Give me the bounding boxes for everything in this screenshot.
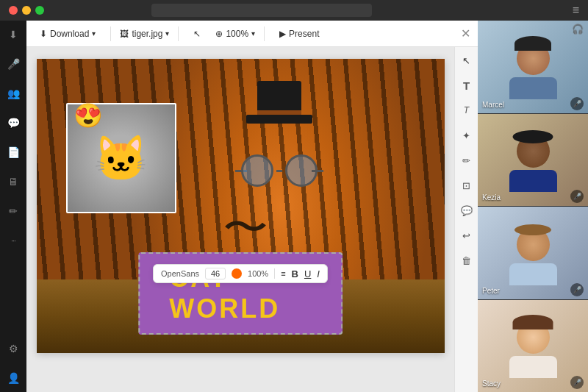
video-name-3: Peter	[482, 287, 500, 295]
center-content: ⬇ ↓ Download Download ▾ 🖼 tiger.jpg ▾ ↖ …	[26, 21, 478, 392]
color-picker[interactable]	[232, 268, 242, 279]
canvas-area: 🐱 😍	[26, 47, 454, 392]
bold-button[interactable]: B	[292, 268, 298, 279]
video-name-2: Kezia	[482, 193, 501, 202]
italic-button[interactable]: I	[317, 268, 320, 279]
present-button[interactable]: ▶ Present	[273, 26, 325, 41]
sidebar-item-chat[interactable]: 💬	[5, 115, 21, 131]
video-mic-4[interactable]: 🎤	[570, 376, 584, 389]
underline-button[interactable]: U	[304, 268, 311, 279]
glasses-bridge	[276, 170, 282, 172]
video-feed-4: Stacy 🎤	[478, 300, 588, 393]
canvas-image[interactable]: 🐱 😍	[37, 59, 445, 353]
toolbar-separator-1	[110, 26, 111, 41]
left-sidebar: ⬇ 🎤 👥 💬 📄 🖥 ✏ ··· ⚙ 👤	[0, 21, 26, 392]
sidebar-item-people[interactable]: 👤	[5, 370, 21, 386]
close-window-button[interactable]	[9, 6, 18, 15]
video-mic-3[interactable]: 🎤	[570, 283, 584, 296]
mustache-decoration: 〜	[222, 202, 268, 254]
pen-tool-button[interactable]: ✏	[459, 153, 474, 168]
sidebar-item-monitor[interactable]: 🖥	[5, 174, 21, 190]
zoom-icon: ⊕	[215, 29, 223, 39]
toolbar-filename: 🖼 tiger.jpg ▾	[120, 29, 169, 39]
maximize-window-button[interactable]	[35, 6, 44, 15]
cursor-icon: ↖	[193, 29, 201, 39]
opacity-value[interactable]: 100%	[248, 269, 268, 278]
canvas-wrapper: 🐱 😍	[37, 59, 445, 353]
top-hat-decoration	[254, 79, 305, 124]
menu-icon[interactable]: ≡	[573, 4, 579, 17]
toolbar-separator-2	[178, 26, 179, 41]
traffic-lights	[9, 6, 44, 15]
main-layout: ⬇ 🎤 👥 💬 📄 🖥 ✏ ··· ⚙ 👤 ⬇ ↓ Download Downl…	[0, 21, 588, 392]
sidebar-item-mic[interactable]: 🎤	[5, 56, 21, 72]
speech-bubble-tool-button[interactable]: 💬	[459, 203, 474, 218]
sidebar-item-download[interactable]: ⬇	[5, 26, 21, 43]
glasses-lens-left	[241, 154, 273, 187]
toolbar: ⬇ ↓ Download Download ▾ 🖼 tiger.jpg ▾ ↖ …	[26, 21, 478, 47]
undo-button[interactable]: ↩	[459, 228, 474, 243]
sidebar-item-pen[interactable]: ✏	[5, 203, 21, 219]
text-tool-button[interactable]: T	[459, 78, 474, 93]
glasses-arm-right	[312, 170, 323, 172]
font-selector[interactable]: OpenSans	[161, 269, 199, 278]
text-format-toolbar: OpenSans 46 100% ≡ B U I	[153, 264, 328, 283]
crop-tool-button[interactable]: ⊡	[459, 178, 474, 193]
video-name-1: Marcel	[482, 101, 504, 109]
cursor-tool-button[interactable]: ↖	[187, 26, 207, 41]
video-name-4: Stacy	[482, 379, 501, 388]
align-icon[interactable]: ≡	[281, 269, 285, 278]
love-emoji: 😍	[74, 101, 103, 129]
headset-icon: 🎧	[572, 24, 584, 35]
text-tool-alt-button[interactable]: T	[459, 103, 474, 118]
sidebar-item-users[interactable]: 👥	[5, 85, 21, 101]
video-mic-1[interactable]: 🎤	[570, 97, 584, 110]
glasses-decoration	[235, 154, 323, 187]
video-mic-2[interactable]: 🎤	[570, 190, 584, 203]
title-bar: ≡	[0, 0, 588, 21]
download-icon: ⬇	[40, 29, 47, 39]
delete-button[interactable]: 🗑	[459, 253, 474, 268]
close-button[interactable]: ✕	[461, 26, 470, 40]
video-panel: 🎧 Marcel 🎤 Kezia 🎤	[478, 21, 588, 392]
minimize-window-button[interactable]	[22, 6, 31, 15]
toolbar-zoom: ⊕ 100% ▾	[215, 29, 255, 39]
sidebar-item-files[interactable]: 📄	[5, 144, 21, 160]
sidebar-item-settings[interactable]: ⚙	[5, 341, 21, 357]
url-bar[interactable]	[151, 4, 372, 17]
drawing-toolbar: ↖ T T ✦ ✏ ⊡ 💬 ↩ 🗑	[454, 47, 478, 392]
video-feed-3: Peter 🎤	[478, 207, 588, 300]
download-button[interactable]: ⬇ ↓ Download Download ▾	[34, 26, 101, 41]
tb-separator	[274, 268, 275, 279]
video-feed-2: Kezia 🎤	[478, 114, 588, 207]
sidebar-item-more[interactable]: ···	[5, 232, 21, 249]
hat-brim	[246, 115, 312, 124]
transform-tool-button[interactable]: ✦	[459, 128, 474, 143]
font-size-input[interactable]: 46	[205, 268, 226, 279]
select-tool-button[interactable]: ↖	[459, 53, 474, 68]
toolbar-separator-3	[264, 26, 265, 41]
video-feed-1: 🎧 Marcel 🎤	[478, 21, 588, 114]
file-icon: 🖼	[120, 29, 129, 39]
present-icon: ▶	[279, 29, 286, 39]
